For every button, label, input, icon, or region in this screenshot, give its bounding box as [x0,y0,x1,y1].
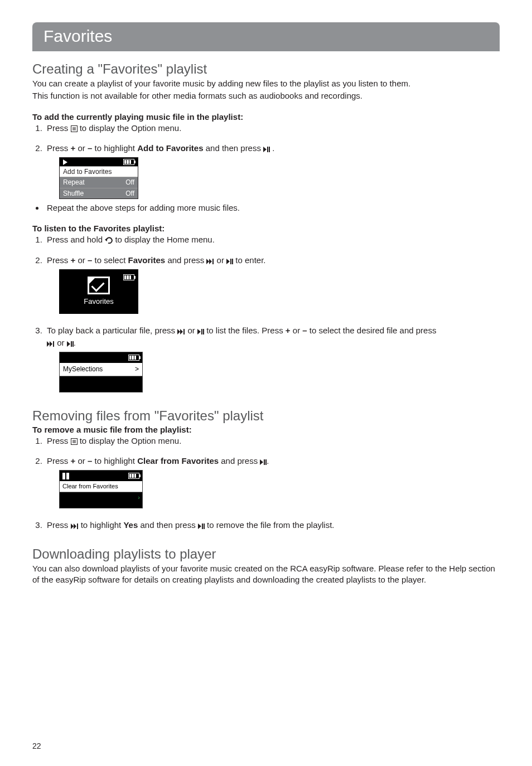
lcd-row-shuffle: Shuffle Off [60,188,138,198]
svg-rect-15 [183,329,185,334]
text: Press [47,456,71,466]
text: to display the Home menu. [115,235,214,244]
lcd-favorites-label: Favorites [84,297,113,307]
lcd-favorites-home: Favorites [59,269,138,314]
heading-downloading: Downloading playlists to player [32,546,500,562]
lcd-myselections: MySelections > [59,352,143,392]
text: to highlight [92,456,137,466]
text: Press [47,520,71,530]
bold-favorites: Favorites [128,255,166,265]
lcd-add-to-favorites: Add to Favorites Repeat Off Shuffle Off [59,157,138,199]
plus: + [286,326,291,335]
svg-marker-22 [67,341,70,347]
fast-forward-icon [71,521,79,532]
subhead-listen: To listen to the Favorites playlist: [32,224,500,233]
text: To play back a particular file, press [47,326,177,335]
svg-marker-20 [50,341,52,347]
minus: – [302,326,307,335]
lcd-clear-from-favorites: Clear from Favorites › [59,470,143,508]
svg-rect-34 [77,523,78,529]
text: to enter. [235,255,265,265]
bold-add-to-favorites: Add to Favorites [137,143,203,153]
text: to select the desired file and press [307,326,437,335]
text: and press [165,255,206,265]
svg-rect-6 [269,147,270,152]
favorites-envelope-icon [88,277,110,294]
plus: + [71,456,76,466]
svg-rect-11 [230,259,231,264]
bold-clear-from-favorites: Clear from Favorites [137,456,219,466]
play-icon [63,159,67,165]
svg-marker-33 [74,523,76,529]
text: . [267,456,269,466]
text: or [75,143,88,153]
svg-marker-13 [177,329,180,334]
svg-rect-23 [71,341,72,347]
text: to list the files. Press [206,326,286,335]
text: . [74,338,76,347]
listen-step-3: To play back a particular file, press or… [45,325,500,392]
svg-rect-37 [204,523,205,529]
plus: + [71,255,76,265]
listen-step-1: Press and hold to display the Home menu. [45,234,500,246]
subhead-remove: To remove a music file from the playlist… [32,425,500,434]
remove-step-2: Press + or – to highlight Clear from Fav… [45,455,500,508]
text: to remove the file from the playlist. [207,520,334,530]
chevron-icon: > [135,365,139,374]
svg-rect-36 [202,523,203,529]
menu-icon [71,124,78,135]
svg-rect-9 [212,259,214,264]
plus: + [71,143,76,153]
svg-marker-8 [209,259,212,264]
battery-icon [123,274,134,280]
svg-marker-19 [47,341,50,347]
lcd-clear-row: Clear from Favorites [60,481,142,492]
text: Press [47,436,71,445]
svg-marker-35 [198,523,201,529]
text: Press and hold [47,235,105,244]
lcd-value: Off [125,178,134,186]
svg-marker-32 [71,523,74,529]
text: or [75,456,88,466]
chevron-icon: › [138,493,140,502]
svg-marker-14 [180,329,183,334]
svg-marker-10 [226,259,230,264]
svg-rect-5 [267,147,268,152]
svg-rect-18 [203,329,204,334]
fast-forward-icon [206,256,214,267]
svg-marker-16 [197,329,201,334]
fast-forward-icon [177,326,185,337]
svg-rect-17 [201,329,202,334]
lcd-label: Shuffle [63,190,84,197]
text: or [217,255,227,265]
intro-line-2: This function is not available for other… [32,90,500,101]
battery-icon [128,473,139,479]
text: or [187,326,197,335]
bullet-repeat-steps: Repeat the above steps for adding more m… [45,202,500,214]
svg-marker-7 [206,259,209,264]
add-step-2: Press + or – to highlight Add to Favorit… [45,143,500,199]
text: Press [47,255,71,265]
text: to display the Option menu. [80,123,182,133]
text: to display the Option menu. [80,436,182,445]
play-pause-icon [197,326,204,337]
text: and press [219,456,260,466]
text: or [57,338,67,347]
pause-icon [62,473,69,479]
text: or [291,326,303,335]
heading-removing: Removing files from "Favorites" playlist [32,408,500,424]
text: Press [47,143,71,153]
text: Press [47,123,71,133]
play-pause-icon [226,256,233,267]
play-pause-icon [263,144,270,155]
lcd-myselections-label: MySelections [63,365,103,374]
lcd-value: Off [125,190,134,197]
play-pause-icon [260,457,267,468]
svg-marker-4 [263,147,267,152]
intro-line-1: You can create a playlist of your favori… [32,78,500,89]
battery-icon [123,159,134,165]
svg-rect-30 [264,459,265,465]
svg-rect-12 [232,259,233,264]
menu-icon [71,437,78,448]
page-number: 22 [32,741,41,750]
